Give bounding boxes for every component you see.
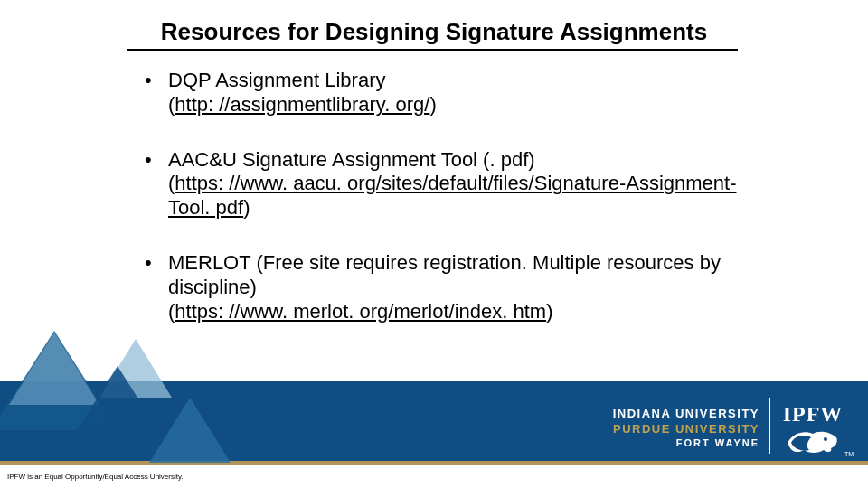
resource-link[interactable]: https: //www. merlot. org/merlot/index. … (175, 300, 546, 323)
mastodon-icon (786, 428, 840, 455)
title-underline (127, 49, 738, 51)
resource-link[interactable]: https: //www. aacu. org/sites/default/fi… (168, 172, 737, 219)
brand-divider (769, 398, 770, 454)
list-item: AAC&U Signature Assignment Tool (. pdf) … (127, 148, 769, 221)
bullet-text: DQP Assignment Library (168, 69, 385, 91)
resource-link[interactable]: http: //assignmentlibrary. org/ (175, 93, 429, 116)
ipfw-logo: IPFW TM (778, 402, 848, 455)
brand-line-2: PURDUE UNIVERSITY (613, 422, 760, 436)
trademark: TM (844, 451, 854, 457)
brand-line-1: INDIANA UNIVERSITY (613, 407, 760, 420)
brand-line-3: FORT WAYNE (613, 437, 760, 448)
disclaimer-text: IPFW is an Equal Opportunity/Equal Acces… (7, 473, 184, 481)
slide: Resources for Designing Signature Assign… (0, 0, 868, 488)
bullet-list: DQP Assignment Library (http: //assignme… (127, 69, 769, 324)
paren-close: ) (429, 93, 436, 116)
paren-close: ) (546, 300, 552, 323)
svg-point-0 (824, 437, 827, 441)
page-title: Resources for Designing Signature Assign… (0, 18, 868, 46)
bullet-text: MERLOT (Free site requires registration.… (168, 251, 721, 298)
logo-text: IPFW (778, 402, 848, 427)
paren-close: ) (243, 196, 250, 219)
bullet-text: AAC&U Signature Assignment Tool (. pdf) (168, 148, 535, 171)
brand-text-block: INDIANA UNIVERSITY PURDUE UNIVERSITY FOR… (613, 407, 760, 448)
list-item: DQP Assignment Library (http: //assignme… (127, 69, 769, 117)
triangle-decoration (149, 398, 231, 463)
content-area: DQP Assignment Library (http: //assignme… (127, 69, 769, 355)
list-item: MERLOT (Free site requires registration.… (127, 251, 769, 324)
